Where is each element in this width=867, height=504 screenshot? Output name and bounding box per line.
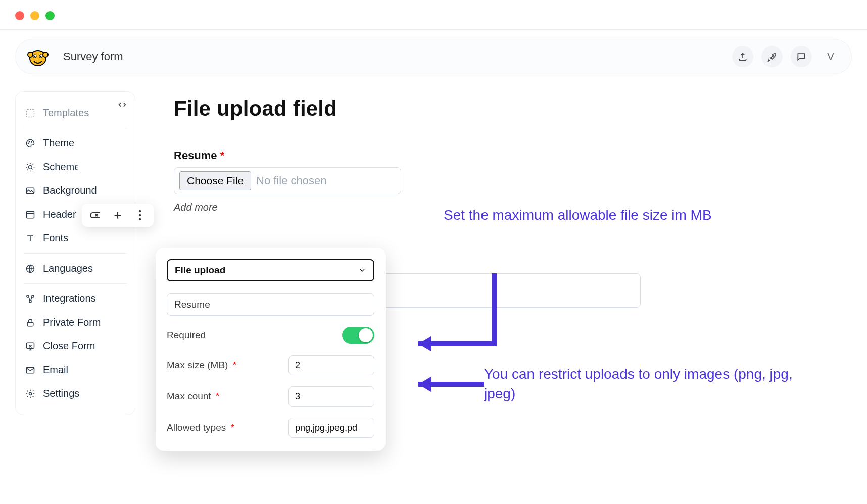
maximize-window-icon[interactable] [45,11,55,20]
sidebar-item-label: Templates [43,107,89,119]
sidebar-item-label: Languages [43,263,93,274]
field-settings-popover: File upload Required Max size (MB) * Max… [156,248,386,451]
sidebar-item-label: Scheme [43,161,78,173]
sidebar-item-background[interactable]: Background [16,179,135,203]
sidebar-item-label: Integrations [43,293,96,305]
user-avatar[interactable]: V [820,46,841,67]
sidebar-item-label: Fonts [43,232,68,244]
more-icon[interactable] [133,209,147,222]
svg-rect-8 [27,109,34,117]
gear-icon [25,388,36,399]
sidebar-item-label: Background [43,185,97,196]
annotation-text-2: You can restrict uploads to only images … [484,364,797,404]
max-size-input[interactable] [288,355,374,375]
templates-icon [25,108,36,119]
globe-icon [25,263,36,274]
max-size-label: Max size (MB) * [167,360,236,371]
form-title[interactable]: Survey form [63,50,123,63]
annotation-arrow-1 [403,268,514,359]
field-name-input[interactable] [167,293,374,316]
allowed-types-input[interactable] [288,418,374,438]
app-logo[interactable] [26,44,50,69]
svg-rect-20 [27,343,34,348]
header-layout-icon [25,209,36,220]
choose-file-button[interactable]: Choose File [179,171,251,190]
divider [24,253,127,254]
sidebar-item-close-form[interactable]: Close Form [16,334,135,358]
field-quick-toolbar [82,204,154,227]
sidebar-item-label: Private Form [43,317,101,328]
svg-marker-27 [418,377,431,392]
sidebar-item-email[interactable]: Email [16,358,135,382]
text-icon [25,233,36,244]
svg-point-12 [29,165,32,169]
divider [24,283,127,284]
page-title: File upload field [174,96,837,121]
svg-rect-19 [27,322,33,326]
sidebar-item-scheme[interactable]: Scheme [16,155,135,179]
max-count-input[interactable] [288,386,374,407]
sidebar-item-label: Theme [43,137,74,149]
add-icon[interactable] [111,209,124,222]
close-window-icon[interactable] [15,11,24,20]
svg-point-25 [139,218,141,220]
mail-icon [25,365,36,376]
sidebar-item-fonts[interactable]: Fonts [16,226,135,250]
max-count-label: Max count * [167,391,219,402]
file-input-row[interactable]: Choose File No file chosen [174,167,401,194]
no-file-text: No file chosen [256,174,326,187]
rocket-icon[interactable] [761,46,783,67]
sidebar-item-theme[interactable]: Theme [16,131,135,155]
svg-marker-26 [418,336,431,351]
sidebar-item-label: Header [43,209,76,220]
lock-icon [25,317,36,328]
window-controls [0,0,867,29]
svg-point-23 [139,210,141,212]
annotation-arrow-2 [403,374,494,394]
app-header: Survey form V [15,39,852,74]
sidebar-item-label: Email [43,364,68,376]
sidebar-item-private-form[interactable]: Private Form [16,311,135,334]
sun-icon [25,162,36,173]
svg-point-7 [773,56,774,57]
image-icon [25,185,36,196]
chevron-down-icon [358,266,366,274]
svg-rect-14 [27,211,34,218]
svg-point-24 [139,214,141,216]
integrations-icon [25,293,36,305]
svg-point-18 [29,300,31,302]
minimize-window-icon[interactable] [30,11,39,20]
monitor-x-icon [25,341,36,352]
form-canvas: File upload field Resume * Choose File N… [135,91,867,415]
sidebar-item-settings[interactable]: Settings [16,382,135,406]
divider [24,128,127,128]
svg-point-10 [29,141,30,142]
sidebar-item-languages[interactable]: Languages [16,257,135,280]
annotation-text-1: Set the maximum allowable file size im M… [444,205,757,225]
required-toggle[interactable] [342,327,374,344]
allowed-types-label: Allowed types * [167,422,234,433]
svg-point-1 [28,52,33,57]
svg-point-5 [34,56,36,57]
delete-icon[interactable] [89,209,102,222]
svg-point-2 [43,52,48,57]
sidebar-item-label: Close Form [43,340,95,352]
field-type-select[interactable]: File upload [167,259,374,281]
comment-icon[interactable] [791,46,812,67]
field-label: Resume * [174,149,837,162]
upload-icon[interactable] [732,46,753,67]
divider [0,29,867,30]
svg-point-22 [29,392,32,395]
svg-point-9 [28,143,29,144]
sidebar-item-integrations[interactable]: Integrations [16,287,135,311]
sidebar-item-label: Settings [43,388,79,399]
svg-point-6 [40,56,42,57]
code-toggle-icon[interactable] [117,99,128,112]
required-label: Required [167,330,206,341]
sidebar: Templates Theme Scheme Background H [15,91,135,415]
palette-icon [25,138,36,149]
svg-point-11 [31,141,32,142]
